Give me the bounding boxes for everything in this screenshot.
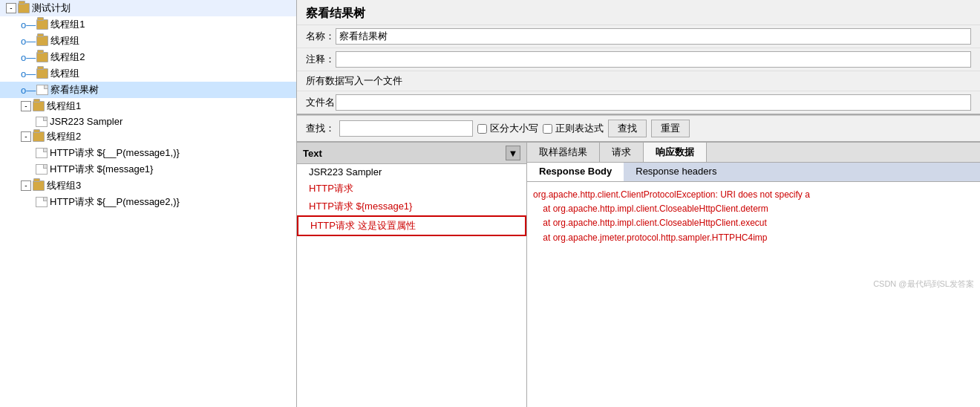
folder-icon	[33, 180, 45, 191]
folder-icon	[33, 131, 45, 142]
comment-label: 注释：	[306, 53, 336, 66]
tree-item-label: 线程组2	[47, 130, 81, 143]
connector: o—	[21, 52, 36, 63]
error-line-1: org.apache.http.client.ClientProtocolExc…	[533, 188, 974, 202]
right-panel: 察看结果树 名称： 注释： 所有数据写入一个文件 文件名 查找： 区分大小写 正…	[297, 0, 980, 407]
doc-icon	[36, 85, 48, 95]
connector: o—	[21, 68, 36, 79]
tree-item-http1[interactable]: HTTP请求 ${__P(message1,)}	[0, 145, 296, 161]
tree-root-label: 测试计划	[32, 1, 71, 15]
tree-item-http3[interactable]: HTTP请求 ${__P(message2,)}	[0, 194, 296, 210]
name-input[interactable]	[336, 28, 971, 45]
error-line-3: at org.apache.http.impl.client.Closeable…	[533, 216, 974, 230]
tree-item-label: 察看结果树	[50, 83, 99, 97]
tab-sampler-results[interactable]: 取样器结果	[527, 143, 600, 162]
folder-icon	[18, 3, 30, 13]
tree-item[interactable]: o— 线程组	[0, 33, 296, 49]
main-tab-bar: 取样器结果 请求 响应数据	[527, 143, 980, 163]
tree-item-label: HTTP请求 ${message1}	[50, 163, 153, 176]
tree-item-http2[interactable]: HTTP请求 ${message1}	[0, 161, 296, 178]
folder-icon	[33, 101, 45, 111]
folder-icon	[36, 19, 48, 30]
results-area: Text ▼ JSR223 Sampler HTTP请求 HTTP请求 ${me…	[297, 143, 980, 407]
search-bar: 查找： 区分大小写 正则表达式 查找 重置	[297, 116, 980, 143]
tree-item-label: 线程组3	[47, 179, 81, 192]
result-item-http[interactable]: HTTP请求	[297, 180, 526, 198]
detail-content: org.apache.http.client.ClientProtocolExc…	[527, 182, 980, 407]
tab-response-data[interactable]: 响应数据	[644, 143, 707, 162]
regex-group: 正则表达式	[543, 122, 604, 135]
connector: o—	[21, 85, 36, 96]
doc-icon	[36, 148, 48, 158]
result-item-http-attr[interactable]: HTTP请求 这是设置属性	[297, 215, 526, 236]
tree-item-label: JSR223 Sampler	[50, 116, 122, 127]
case-group: 区分大小写	[477, 122, 538, 135]
tree-item-label: 线程组2	[50, 51, 85, 64]
write-label: 所有数据写入一个文件	[306, 74, 402, 88]
error-text: org.apache.http.client.ClientProtocolExc…	[533, 188, 974, 245]
filename-input[interactable]	[336, 94, 971, 111]
config-area: 察看结果树 名称： 注释： 所有数据写入一个文件 文件名	[297, 0, 980, 116]
tree-item[interactable]: - 线程组1	[0, 98, 296, 114]
tree-item[interactable]: o— 线程组2	[0, 49, 296, 65]
find-button[interactable]: 查找	[608, 120, 647, 137]
folder-icon	[36, 36, 48, 46]
tree-item-label: HTTP请求 ${__P(message1,)}	[50, 146, 180, 160]
error-line-4: at org.apache.jmeter.protocol.http.sampl…	[533, 231, 974, 245]
doc-icon	[36, 117, 48, 127]
tree-panel: - 测试计划 o— 线程组1 o— 线程组 o— 线程组2 o— 线程组 o— …	[0, 0, 297, 407]
expand-root[interactable]: -	[6, 3, 16, 13]
tree-item[interactable]: - 线程组3	[0, 178, 296, 194]
tab-request[interactable]: 请求	[600, 143, 644, 162]
tree-item-label: 线程组1	[50, 18, 85, 31]
result-item-jsr[interactable]: JSR223 Sampler	[297, 164, 526, 180]
list-header-text: Text	[303, 148, 506, 159]
watermark-text: CSDN @最代码到SL发答案	[873, 279, 974, 290]
tree-item[interactable]: o— 线程组1	[0, 16, 296, 33]
search-label: 查找：	[306, 122, 335, 135]
doc-icon	[36, 164, 48, 175]
case-label: 区分大小写	[490, 122, 538, 135]
folder-icon	[36, 68, 48, 79]
panel-title: 察看结果树	[297, 0, 980, 25]
connector: o—	[21, 36, 36, 47]
regex-label: 正则表达式	[555, 122, 604, 135]
doc-icon	[36, 197, 48, 207]
list-header: Text ▼	[297, 143, 526, 164]
dropdown-button[interactable]: ▼	[506, 146, 520, 160]
filename-row: 文件名	[297, 91, 980, 115]
expand-btn[interactable]: -	[21, 180, 31, 191]
tree-item-label: 线程组	[50, 34, 79, 48]
tree-item-label: HTTP请求 ${__P(message2,)}	[50, 195, 180, 209]
expand-btn[interactable]: -	[21, 101, 31, 111]
tree-item-label: 线程组1	[47, 100, 81, 113]
expand-btn[interactable]: -	[21, 131, 31, 142]
folder-icon	[36, 52, 48, 62]
sub-tab-response-body[interactable]: Response Body	[527, 163, 624, 181]
tree-root[interactable]: - 测试计划	[0, 0, 296, 16]
search-input[interactable]	[339, 120, 473, 137]
sub-tab-bar: Response Body Response headers	[527, 163, 980, 182]
name-label: 名称：	[306, 30, 336, 43]
write-row: 所有数据写入一个文件	[297, 71, 980, 91]
tree-item-label: 线程组	[50, 67, 79, 80]
case-checkbox[interactable]	[477, 124, 487, 134]
comment-row: 注释：	[297, 48, 980, 71]
tree-item-view-results[interactable]: o— 察看结果树	[0, 82, 296, 98]
list-panel: Text ▼ JSR223 Sampler HTTP请求 HTTP请求 ${me…	[297, 143, 527, 407]
tree-item[interactable]: - 线程组2	[0, 128, 296, 145]
list-items: JSR223 Sampler HTTP请求 HTTP请求 ${message1}…	[297, 164, 526, 407]
tree-item[interactable]: o— 线程组	[0, 65, 296, 82]
sub-tab-response-headers[interactable]: Response headers	[624, 163, 728, 181]
detail-panel: 取样器结果 请求 响应数据 Response Body Response hea…	[527, 143, 980, 407]
filename-label: 文件名	[306, 96, 336, 109]
name-row: 名称：	[297, 25, 980, 48]
regex-checkbox[interactable]	[543, 124, 552, 134]
reset-button[interactable]: 重置	[651, 120, 690, 137]
error-line-2: at org.apache.http.impl.client.Closeable…	[533, 202, 974, 216]
connector: o—	[21, 19, 36, 30]
tree-item-jsr[interactable]: JSR223 Sampler	[0, 114, 296, 128]
result-item-http-msg1[interactable]: HTTP请求 ${message1}	[297, 198, 526, 215]
comment-input[interactable]	[336, 51, 971, 68]
